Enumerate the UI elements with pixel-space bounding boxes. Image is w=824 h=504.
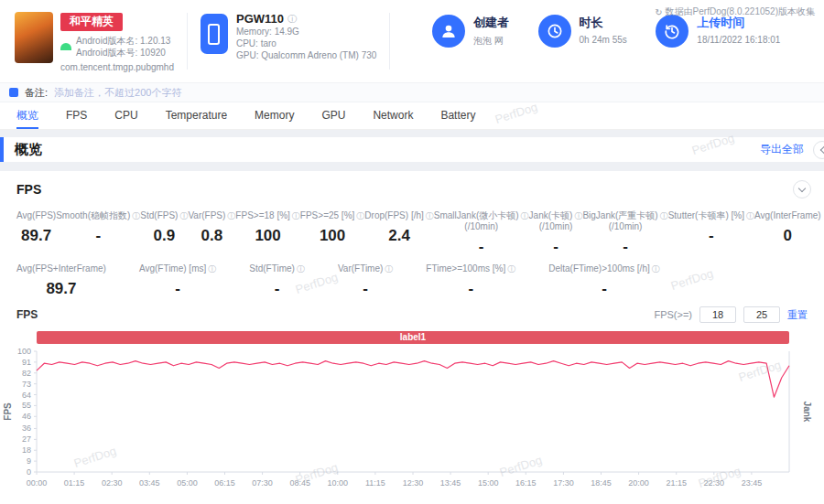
threshold-input-high[interactable] [743,306,780,323]
package-name: com.tencent.tmgp.pubgmhd [60,61,174,73]
info-icon[interactable]: ⓘ [297,264,305,273]
metric-label: Smooth(稳帧指数)ⓘ [56,210,140,221]
info-icon[interactable]: ⓘ [208,264,216,273]
info-icon[interactable]: ⓘ [507,264,515,273]
svg-text:0: 0 [27,467,31,477]
note-input[interactable]: 添加备注，不超过200个字符 [54,86,181,100]
metric-value: - [139,280,216,298]
fps-collapse-button[interactable] [793,180,811,198]
metric-label: FTime>=100ms [%]ⓘ [426,263,515,274]
upload-time-value: 18/11/2022 16:18:01 [697,35,780,45]
metric-sublabel: (/10min) [529,221,583,232]
info-icon[interactable]: ⓘ [385,264,393,273]
info-icon[interactable]: ⓘ [227,211,235,220]
duration-value: 0h 24m 55s [580,35,627,45]
metric-label: Avg(FTime) [ms]ⓘ [139,263,216,274]
metric-sublabel: (/10min) [582,221,667,232]
svg-text:18:45: 18:45 [591,478,612,488]
metric-avg-ftime-ms: Avg(FTime) [ms]ⓘ- [139,263,216,298]
chart-legend-band[interactable]: label1 [37,331,789,344]
info-icon[interactable]: ⓘ [746,211,754,220]
metric-value: - [668,227,754,245]
device-memory: Memory: 14.9G [236,26,376,38]
history-clock-icon [656,15,688,48]
svg-text:18: 18 [22,445,31,455]
chart-title: FPS [16,308,38,321]
metric-label: Std(FTime)ⓘ [249,263,305,274]
metric-value: 0 [754,227,821,245]
svg-text:07:30: 07:30 [252,478,273,488]
svg-text:00:00: 00:00 [27,478,48,488]
collapse-panel-button[interactable] [813,141,824,159]
game-title-badge: 和平精英 [60,13,123,31]
threshold-input-low[interactable] [699,306,736,323]
metric-label: Jank(卡顿)ⓘ(/10min) [529,210,583,232]
metric-smooth: Smooth(稳帧指数)ⓘ- [56,210,140,256]
metric-value: - [249,280,305,298]
android-icon [60,43,71,50]
svg-text:Jank: Jank [802,402,812,423]
tab-temperature[interactable]: Temperature [166,102,227,129]
game-info-section: 和平精英 Android版本名: 1.20.13 Android版本号: 109… [15,12,174,73]
tab-battery[interactable]: Battery [440,102,475,129]
collect-info: ↻ 数据由PerfDog(8.0.221052)版本收集 [655,5,815,18]
metric-label: Avg(InterFrame) [754,210,821,221]
phone-icon [201,14,228,54]
svg-text:22:30: 22:30 [704,478,725,488]
svg-text:21:15: 21:15 [666,478,687,488]
info-icon[interactable]: ⓘ [652,264,660,273]
metric-label: Drop(FPS) [/h]ⓘ [364,210,433,221]
creator-value: 泡泡 网 [473,35,509,48]
info-icon[interactable]: ⓘ [292,211,300,220]
tab-memory[interactable]: Memory [255,102,294,129]
tab-cpu[interactable]: CPU [114,102,137,129]
metric-value: 0.9 [140,227,188,245]
overview-section-header: 概览 导出全部 [0,137,824,162]
metric-value: 100 [235,227,299,245]
metric-value: - [548,280,660,298]
fps-metrics-row1: Avg(FPS)89.7Smooth(稳帧指数)ⓘ-Std(FPS)ⓘ0.9Va… [0,210,824,256]
fps-section-title: FPS [16,182,41,197]
metric-drop-fps-h: Drop(FPS) [/h]ⓘ2.4 [364,210,433,256]
info-icon[interactable]: ⓘ [574,211,582,220]
info-icon[interactable]: ⓘ [179,211,188,220]
tab-overview[interactable]: 概览 [16,102,38,129]
svg-text:9: 9 [27,456,31,466]
info-icon[interactable]: ⓘ [426,211,434,220]
svg-text:23:45: 23:45 [742,478,763,488]
metric-value: - [426,280,515,298]
upload-time-section: 上传时间 18/11/2022 16:18:01 [656,15,780,48]
android-version-code: Android版本号: 10920 [76,47,170,59]
user-avatar-icon [432,15,465,48]
svg-text:100: 100 [17,347,31,356]
metric-value: 2.4 [364,227,433,245]
metric-delta-ftime-100ms-h: Delta(FTime)>100ms [/h]ⓘ- [548,263,660,298]
reset-link[interactable]: 重置 [787,308,808,322]
svg-text:20:00: 20:00 [628,478,649,488]
device-model: PGW110 [236,12,284,26]
metric-value: 89.7 [16,227,56,245]
metric-stutter: Stutter(卡顿率) [%]ⓘ- [668,210,754,256]
metric-label: Var(FTime)ⓘ [338,263,393,274]
export-all-link[interactable]: 导出全部 [760,142,804,157]
metric-label: Var(FPS)ⓘ [188,210,235,221]
svg-text:10:00: 10:00 [328,478,349,488]
svg-text:36: 36 [22,424,31,433]
metric-var-ftime: Var(FTime)ⓘ- [338,263,393,298]
metric-value: 89.7 [16,280,106,298]
clock-icon [538,15,571,48]
tab-fps[interactable]: FPS [66,102,87,129]
info-icon[interactable]: ⓘ [660,211,668,220]
svg-text:03:45: 03:45 [139,478,160,488]
info-icon[interactable]: ⓘ [132,211,140,220]
info-icon[interactable]: ⓘ [521,211,529,220]
metric-jank: Jank(卡顿)ⓘ(/10min)- [529,210,583,256]
info-icon[interactable]: ⓘ [287,13,297,26]
tab-network[interactable]: Network [373,102,413,129]
tab-gpu[interactable]: GPU [321,102,345,129]
metric-value: - [338,280,393,298]
info-icon[interactable]: ⓘ [356,211,364,220]
metric-var-fps: Var(FPS)ⓘ0.8 [188,210,235,256]
note-bar: 备注: 添加备注，不超过200个字符 [0,82,824,102]
metric-value: - [56,227,140,245]
